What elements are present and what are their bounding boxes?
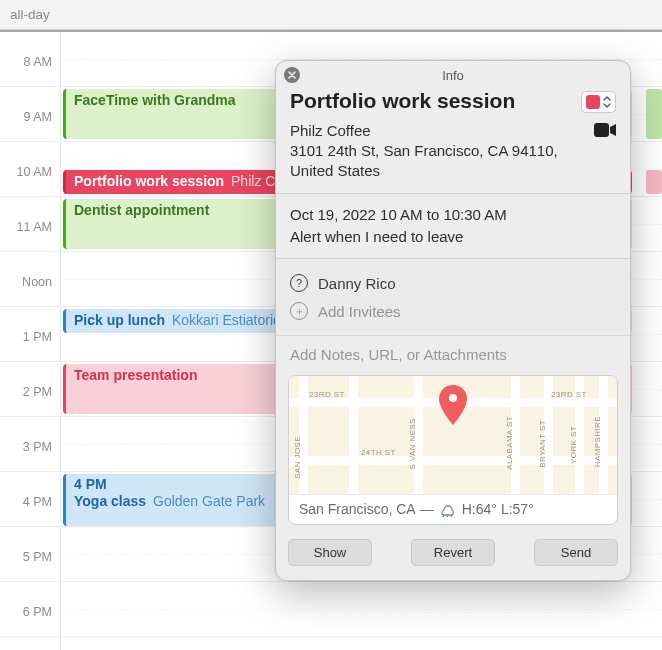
weather-hi: H:64° <box>462 501 497 517</box>
map-image: 23RD ST 23RD ST 24TH ST SAN JOSE S VAN N… <box>289 376 617 494</box>
event-title-field[interactable]: Portfolio work session <box>290 89 573 113</box>
plus-icon: ＋ <box>290 302 308 320</box>
hour-label: 8 AM <box>0 55 56 69</box>
close-button[interactable] <box>284 67 300 83</box>
street-label: 24TH ST <box>361 448 396 457</box>
svg-rect-0 <box>594 123 609 137</box>
hour-label: 3 PM <box>0 440 56 454</box>
hour-label: 10 AM <box>0 165 56 179</box>
hour-label: 5 PM <box>0 550 56 564</box>
invitees-section: ? Danny Rico ＋ Add Invitees <box>276 258 630 335</box>
revert-button[interactable]: Revert <box>411 539 495 566</box>
add-invitees[interactable]: ＋ Add Invitees <box>290 297 616 325</box>
street-label: SAN JOSE <box>293 436 302 479</box>
event-time: 4 PM <box>74 476 107 492</box>
allday-label: all-day <box>8 7 50 22</box>
add-invitees-label: Add Invitees <box>318 303 401 320</box>
show-button[interactable]: Show <box>288 539 372 566</box>
street-label: BRYANT ST <box>538 420 547 468</box>
weather-icon <box>438 501 458 517</box>
event-title: Yoga class <box>74 493 146 509</box>
video-icon[interactable] <box>594 123 616 137</box>
hour-label: 11 AM <box>0 220 56 234</box>
map-city: San Francisco, CA <box>299 501 416 517</box>
popover-buttons: Show Revert Send <box>276 535 630 580</box>
invitee-organizer[interactable]: ? Danny Rico <box>290 269 616 297</box>
street-label: S VAN NESS <box>408 418 417 469</box>
close-icon <box>288 71 296 79</box>
event-title: Portfolio work session <box>74 173 224 189</box>
event-location: Golden Gate Park <box>153 493 265 509</box>
calendar-color-swatch <box>586 95 600 109</box>
event-strip <box>646 89 662 139</box>
event-title: Pick up lunch <box>74 312 165 328</box>
question-icon: ? <box>290 274 308 292</box>
event-datetime: Oct 19, 2022 10 AM to 10:30 AM <box>290 204 616 226</box>
popover-header: Info <box>276 61 630 89</box>
street-label: 23RD ST <box>551 390 587 399</box>
event-location: Kokkari Estiatorio <box>172 312 281 328</box>
location-name: Philz Coffee <box>290 121 586 141</box>
invitee-name: Danny Rico <box>318 275 396 292</box>
location-map-card[interactable]: 23RD ST 23RD ST 24TH ST SAN JOSE S VAN N… <box>288 375 618 525</box>
updown-icon <box>603 96 611 108</box>
street-label: 23RD ST <box>309 390 345 399</box>
send-button[interactable]: Send <box>534 539 618 566</box>
hour-label: 6 PM <box>0 605 56 619</box>
location-address: 3101 24th St, San Francisco, CA 94110, U… <box>290 141 586 181</box>
notes-field[interactable]: Add Notes, URL, or Attachments <box>276 335 630 373</box>
street-label: YORK ST <box>569 426 578 464</box>
svg-point-1 <box>449 394 457 402</box>
allday-row: all-day <box>0 0 662 30</box>
hour-label: Noon <box>0 275 56 289</box>
event-strip <box>646 170 662 194</box>
event-info-popover: Info Portfolio work session Philz Coffee… <box>275 60 631 581</box>
hour-label: 9 AM <box>0 110 56 124</box>
event-title: Team presentation <box>74 367 197 383</box>
event-title: Dentist appointment <box>74 202 209 218</box>
hour-label: 2 PM <box>0 385 56 399</box>
street-label: HAMPSHIRE <box>593 416 602 467</box>
event-title: FaceTime with Grandma <box>74 92 236 108</box>
weather-lo: L:57° <box>501 501 534 517</box>
hour-label: 1 PM <box>0 330 56 344</box>
location-field[interactable]: Philz Coffee 3101 24th St, San Francisco… <box>290 121 586 181</box>
datetime-section[interactable]: Oct 19, 2022 10 AM to 10:30 AM Alert whe… <box>276 193 630 258</box>
dash: — <box>420 501 434 517</box>
map-weather-caption: San Francisco, CA — H:64° L:57° <box>289 494 617 524</box>
map-pin-icon <box>439 385 467 428</box>
calendar-picker[interactable] <box>581 91 616 113</box>
popover-title: Info <box>442 68 464 83</box>
hour-label: 4 PM <box>0 495 56 509</box>
event-alert: Alert when I need to leave <box>290 226 616 248</box>
street-label: ALABAMA ST <box>505 416 514 470</box>
